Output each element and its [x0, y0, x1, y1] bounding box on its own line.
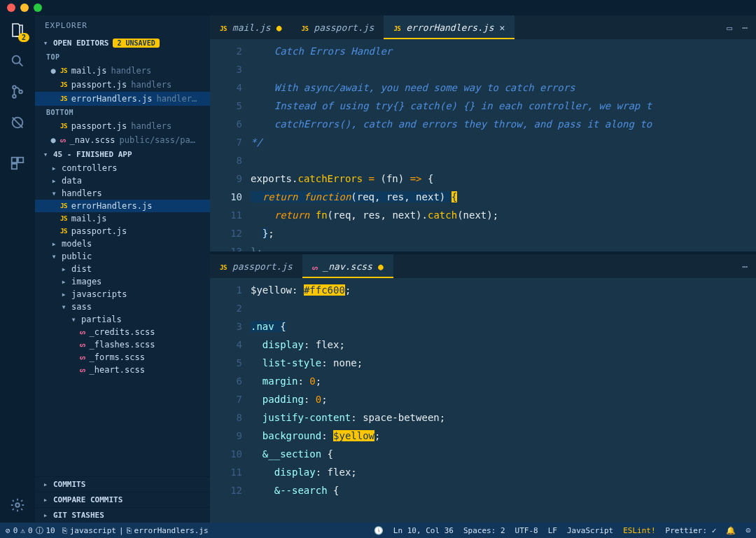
more-icon[interactable]: ⋯: [742, 261, 748, 272]
open-editor-item[interactable]: ●ᔕ_nav.scss public/sass/pa…: [35, 133, 210, 147]
svg-rect-7: [12, 164, 17, 169]
tree-folder[interactable]: ▾public: [35, 250, 210, 263]
filetype-icon: ᔕ: [80, 329, 85, 336]
filetype-icon: ᔕ: [80, 366, 85, 373]
open-editor-item[interactable]: ●JSmail.js handlers: [35, 64, 210, 78]
filetype-icon: JS: [393, 25, 400, 32]
group-bottom-label: BOTTOM: [35, 106, 210, 119]
open-editor-item[interactable]: JSpassport.js handlers: [35, 119, 210, 133]
tree-file[interactable]: ᔕ_heart.scss: [35, 364, 210, 376]
svg-point-2: [13, 95, 16, 98]
editor-tab[interactable]: JSmail.js●: [210, 15, 291, 39]
tree-folder[interactable]: ▸javascripts: [35, 288, 210, 301]
activity-bar: 2: [0, 15, 35, 523]
filetype-icon: JS: [60, 228, 67, 235]
explorer-badge: 2: [18, 33, 29, 42]
source-control-icon[interactable]: [8, 83, 27, 101]
maximize-window-icon[interactable]: [34, 4, 42, 12]
status-lang-mode[interactable]: JavaScript: [567, 526, 613, 535]
unsaved-badge: 2 UNSAVED: [113, 39, 159, 48]
close-icon[interactable]: ✕: [499, 22, 505, 33]
tree-folder[interactable]: ▾handlers: [35, 187, 210, 200]
group-top-label: TOP: [35, 50, 210, 64]
svg-point-1: [13, 85, 16, 89]
status-feedback-icon[interactable]: ☺: [746, 526, 750, 535]
filetype-icon: JS: [220, 264, 227, 271]
svg-rect-6: [18, 158, 23, 163]
editor-tab[interactable]: JSpassport.js: [291, 15, 384, 39]
tree-folder[interactable]: ▸data: [35, 174, 210, 187]
filetype-icon: JS: [60, 81, 67, 88]
svg-point-8: [15, 503, 20, 507]
explorer-icon[interactable]: 2: [8, 21, 27, 39]
settings-icon[interactable]: [8, 496, 27, 514]
tree-file[interactable]: JSerrorHandlers.js: [35, 200, 210, 212]
status-eslint[interactable]: ESLint!: [623, 526, 655, 535]
svg-point-3: [19, 90, 22, 94]
sidebar-title: EXPLORER: [35, 15, 210, 36]
sidebar: EXPLORER ▾OPEN EDITORS 2 UNSAVED TOP ●JS…: [35, 15, 210, 523]
svg-point-0: [13, 56, 20, 64]
tree-folder[interactable]: ▸controllers: [35, 162, 210, 174]
status-clock-icon[interactable]: 🕔: [374, 526, 384, 535]
tree-file[interactable]: JSpassport.js: [35, 225, 210, 237]
tree-folder[interactable]: ▸dist: [35, 263, 210, 275]
tree-folder[interactable]: ▸models: [35, 237, 210, 250]
editor-pane-top[interactable]: 2345678910111213 Catch Errors Handler Wi…: [210, 39, 756, 251]
tree-folder[interactable]: ▾sass: [35, 301, 210, 313]
extensions-icon[interactable]: [8, 154, 27, 172]
tabbar-bottom: JSpassport.jsᔕ_nav.scss●⋯: [210, 254, 756, 278]
status-eol[interactable]: LF: [548, 526, 557, 535]
statusbar: ⊘0 ⚠0 ⓘ10 ⎘javascript| ⎘errorHandlers.js…: [0, 523, 756, 538]
tree-file[interactable]: ᔕ_flashes.scss: [35, 338, 210, 351]
status-prettier[interactable]: Prettier: ✓: [666, 526, 717, 535]
open-editor-item[interactable]: JSpassport.js handlers: [35, 78, 210, 92]
sidebar-section[interactable]: ▸GIT STASHES: [35, 507, 210, 523]
close-window-icon[interactable]: [7, 4, 15, 12]
editor-tab[interactable]: JSerrorHandlers.js✕: [384, 15, 514, 39]
editor-pane-bottom[interactable]: 123456789101112 $yellow: #ffc600; .nav {…: [210, 278, 756, 523]
sidebar-section[interactable]: ▸COMMITS: [35, 476, 210, 492]
editor-area: JSmail.js●JSpassport.jsJSerrorHandlers.j…: [210, 15, 756, 523]
status-lang-path[interactable]: ⎘javascript| ⎘errorHandlers.js: [62, 526, 209, 535]
sidebar-section[interactable]: ▸COMPARE COMMITS: [35, 492, 210, 507]
svg-rect-5: [12, 158, 17, 163]
filetype-icon: JS: [301, 25, 308, 32]
status-problems[interactable]: ⊘0 ⚠0 ⓘ10: [6, 525, 55, 536]
filetype-icon: JS: [60, 95, 67, 102]
filetype-icon: JS: [60, 123, 67, 130]
open-editors-header[interactable]: ▾OPEN EDITORS 2 UNSAVED: [35, 36, 210, 50]
more-icon[interactable]: ⋯: [742, 22, 748, 33]
filetype-icon: ᔕ: [312, 264, 318, 271]
tree-folder[interactable]: ▾partials: [35, 313, 210, 326]
tree-file[interactable]: JSmail.js: [35, 212, 210, 225]
editor-tab[interactable]: ᔕ_nav.scss●: [302, 254, 393, 278]
tabbar-top: JSmail.js●JSpassport.jsJSerrorHandlers.j…: [210, 15, 756, 39]
debug-icon[interactable]: [8, 113, 27, 132]
filetype-icon: JS: [60, 215, 67, 222]
filetype-icon: ᔕ: [60, 137, 66, 144]
filetype-icon: JS: [60, 67, 67, 74]
editor-tab[interactable]: JSpassport.js: [210, 254, 302, 278]
tree-folder[interactable]: ▸images: [35, 275, 210, 288]
status-position[interactable]: Ln 10, Col 36: [393, 526, 454, 535]
open-editor-item[interactable]: JSerrorHandlers.js handler…: [35, 92, 210, 106]
status-bell-icon[interactable]: 🔔: [726, 526, 736, 535]
tree-file[interactable]: ᔕ_credits.scss: [35, 326, 210, 338]
filetype-icon: ᔕ: [80, 354, 85, 361]
filetype-icon: JS: [220, 25, 227, 32]
search-icon[interactable]: [8, 52, 27, 70]
tree-file[interactable]: ᔕ_forms.scss: [35, 351, 210, 364]
split-editor-icon[interactable]: ▭: [727, 22, 732, 33]
titlebar: [0, 0, 756, 15]
status-encoding[interactable]: UTF-8: [515, 526, 538, 535]
filetype-icon: ᔕ: [80, 341, 85, 348]
project-header[interactable]: ▾45 - FINISHED APP: [35, 147, 210, 162]
minimize-window-icon[interactable]: [20, 4, 29, 12]
status-spaces[interactable]: Spaces: 2: [463, 526, 505, 535]
filetype-icon: JS: [60, 202, 67, 209]
